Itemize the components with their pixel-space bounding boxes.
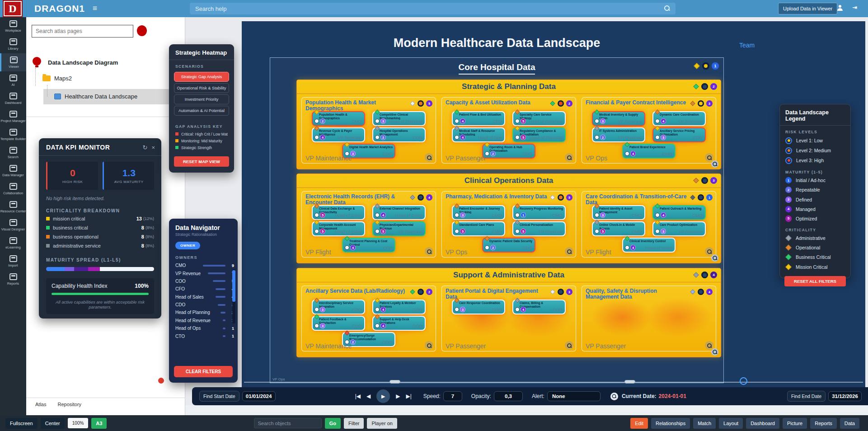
chip-status-dot[interactable] — [314, 323, 319, 328]
alert-field[interactable]: None — [547, 391, 601, 401]
menu-icon[interactable]: ≡ — [93, 4, 97, 13]
chip-status-dot[interactable] — [595, 119, 599, 123]
clear-filters-button[interactable]: CLEAR FILTERS — [174, 366, 233, 377]
group-quality-safety-disruption-management-dat[interactable]: Quality, Safety & Disruption Management … — [582, 286, 716, 351]
capability-chip[interactable]: Interdisciplinary Service Integration3CO… — [312, 300, 365, 314]
capability-chip[interactable]: Care Product Optimization3VP Revenue — [652, 221, 706, 236]
search-icon[interactable] — [664, 5, 670, 11]
band-magnify-icon[interactable] — [711, 254, 718, 262]
sidebar-item-data-manager[interactable]: Data Manager — [0, 162, 26, 180]
scenario-operational-risk-stability[interactable]: Operational Risk & Stability — [174, 83, 229, 93]
chip-status-dot[interactable] — [595, 213, 599, 217]
data-button[interactable]: Data — [840, 418, 859, 429]
find-start-date-button[interactable]: Find Start Date — [199, 391, 239, 402]
chip-status-dot[interactable] — [455, 213, 459, 217]
magnify-icon[interactable] — [565, 153, 573, 162]
magnify-icon[interactable] — [425, 247, 433, 256]
chip-status-dot[interactable] — [375, 323, 380, 328]
owner-row[interactable]: Head of Ops1 — [169, 324, 238, 332]
capability-chip[interactable]: IT Systems Administration2VP Revenue — [592, 127, 645, 142]
fit-view-icon[interactable]: ⌄ — [740, 377, 747, 385]
sidebar-item-import[interactable]: Import — [0, 252, 26, 270]
chip-status-dot[interactable] — [655, 119, 660, 123]
user-icon[interactable] — [837, 5, 843, 11]
capability-chip[interactable]: Medical Staff & Resource Scheduling4Head… — [452, 127, 505, 142]
speed-field[interactable]: 7 — [443, 391, 462, 401]
atlas-search-input[interactable] — [32, 25, 133, 37]
layout-button[interactable]: Layout — [719, 418, 743, 429]
player-on-button[interactable]: Player on — [367, 418, 397, 429]
capability-chip[interactable]: Patient Loyalty & Member Services4COO — [372, 300, 426, 314]
magnify-icon[interactable] — [705, 341, 713, 350]
scenario-investment-priority[interactable]: Investment Priority — [174, 94, 229, 104]
chip-status-dot[interactable] — [655, 229, 660, 234]
chip-status-dot[interactable] — [314, 307, 319, 312]
start-date-field[interactable]: 01/01/2024 — [242, 391, 276, 401]
sidebar-item-workplace[interactable]: Workplace — [0, 17, 26, 35]
chip-status-dot[interactable] — [455, 119, 459, 123]
magnify-icon[interactable] — [705, 153, 713, 162]
tree-root[interactable]: Data Landscape Diagram — [33, 57, 118, 68]
reset-all-filters-button[interactable]: RESET ALL FILTERS — [784, 276, 846, 286]
magnify-icon[interactable] — [425, 341, 433, 350]
owner-row[interactable]: Head of Planning2 — [169, 309, 238, 316]
capability-chip[interactable]: Patient Encounter & Journey Tracking3CMO — [452, 205, 505, 220]
owner-filter-badge[interactable]: OWNER — [175, 242, 200, 249]
capability-chip[interactable]: Recovery Progress Monitoring1CMO — [512, 205, 566, 220]
capability-chip[interactable]: Physician/Departmental Revenue5VP Revenu… — [372, 221, 426, 236]
capability-chip[interactable]: Hospital Operations Management2CDO — [372, 127, 426, 142]
chip-status-dot[interactable] — [314, 213, 319, 217]
magnify-icon[interactable] — [705, 247, 713, 256]
chip-status-dot[interactable] — [314, 229, 319, 234]
owner-row[interactable]: CFO4 — [169, 285, 238, 293]
refresh-icon[interactable]: ↻ — [143, 144, 148, 151]
opacity-field[interactable]: 0,3 — [494, 391, 523, 401]
search-objects-input[interactable] — [254, 418, 322, 428]
chip-status-dot[interactable] — [375, 135, 380, 140]
group-population-health-market-demographics[interactable]: Population Health & Market Demographics5… — [301, 97, 436, 164]
group-electronic-health-records-ehr-encounter-[interactable]: Electronic Health Records (EHR) & Encoun… — [301, 191, 436, 258]
record-indicator-icon[interactable] — [137, 25, 147, 36]
owner-row[interactable]: Head of Revenue1 — [169, 317, 238, 324]
capability-chip[interactable]: Claims, Billing & Compensation4COO — [512, 300, 566, 314]
chip-status-dot[interactable] — [375, 307, 380, 312]
capability-chip[interactable]: Patient Flow & Bed Utilization4CFO — [452, 111, 505, 126]
owner-row[interactable]: Head of Sales4 — [169, 293, 238, 301]
logout-icon[interactable]: ⇥ — [852, 4, 857, 11]
capability-chip[interactable]: Corporate Health Account Management5Head… — [312, 221, 365, 236]
group-financial-payer-contract-intelligence[interactable]: Financial & Payer Contract Intelligence3… — [582, 97, 716, 164]
chip-status-dot[interactable] — [625, 245, 629, 250]
chip-status-dot[interactable] — [375, 213, 380, 217]
owner-row[interactable]: COO5 — [169, 277, 238, 285]
capability-chip[interactable]: Revenue Cycle & Payer Intelligence4VP Re… — [312, 127, 365, 142]
capability-chip[interactable]: Population Health & Demographics2CMO — [312, 111, 365, 126]
sidebar-item-visual-designer[interactable]: Visual Designer — [0, 216, 26, 234]
owner-row[interactable]: CMO9 — [169, 262, 238, 269]
capability-chip[interactable]: Standardized Care Plans5CMO — [452, 221, 505, 236]
sidebar-item-elearning[interactable]: eLearning — [0, 234, 26, 252]
chip-status-dot[interactable] — [314, 119, 319, 123]
find-end-date-button[interactable]: Find End Date — [787, 391, 826, 402]
magnify-icon[interactable] — [565, 247, 573, 256]
step-forward-icon[interactable]: ▶ — [396, 393, 400, 399]
reset-map-view-button[interactable]: RESET MAP VIEW — [174, 156, 229, 167]
capability-chip[interactable]: Ancillary Service Pricing Optimization3C… — [652, 127, 706, 142]
capability-chip[interactable]: Patient Identity & Asset Management3CMO — [592, 205, 645, 220]
sidebar-item-collaboration[interactable]: Collaboration — [0, 180, 26, 198]
sidebar-item-project-manager[interactable]: Project Manager — [0, 108, 26, 126]
capability-chip[interactable]: Patient Outreach & Marketing4CMO — [652, 205, 706, 220]
relationships-button[interactable]: Relationships — [651, 418, 690, 429]
match-button[interactable]: Match — [693, 418, 716, 429]
scrollbar-thumb[interactable] — [389, 380, 400, 384]
owner-row[interactable]: VP Revenue7 — [169, 269, 238, 277]
chip-status-dot[interactable] — [595, 135, 599, 140]
chip-status-dot[interactable] — [485, 245, 489, 250]
fullscreen-button[interactable]: Fullscreen — [5, 418, 38, 429]
edit-button[interactable]: Edit — [630, 418, 648, 429]
zoom-date-icon[interactable] — [610, 393, 618, 400]
magnify-icon[interactable] — [425, 153, 433, 162]
center-button[interactable]: Center — [41, 418, 65, 429]
alert-dot-icon[interactable] — [158, 378, 164, 384]
owner-row[interactable]: CTO1 — [169, 332, 238, 340]
end-date-field[interactable]: 31/12/2026 — [828, 391, 862, 401]
